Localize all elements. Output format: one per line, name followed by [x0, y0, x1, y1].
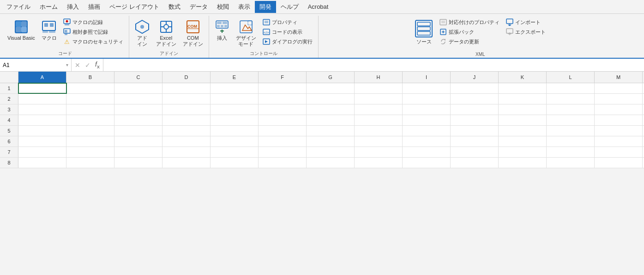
cell-e7[interactable]: [211, 147, 259, 157]
cell-i8[interactable]: [403, 158, 451, 168]
cell-h2[interactable]: [355, 94, 403, 104]
row-header-5[interactable]: 5: [0, 126, 18, 136]
extension-pack-button[interactable]: 拡張パック: [437, 27, 502, 37]
cell-h1[interactable]: [355, 83, 403, 93]
col-header-a[interactable]: A: [18, 72, 66, 83]
cell-i6[interactable]: [403, 136, 451, 147]
cell-c7[interactable]: [114, 147, 163, 157]
cell-b8[interactable]: [66, 158, 114, 168]
cell-l3[interactable]: [547, 104, 595, 115]
cell-f8[interactable]: [259, 158, 307, 168]
cell-l5[interactable]: [547, 126, 595, 136]
addin-button[interactable]: アドイン: [132, 18, 152, 49]
cell-d8[interactable]: [163, 158, 211, 168]
record-macro-button[interactable]: マクロの記録: [60, 18, 126, 27]
cell-f1[interactable]: [259, 83, 307, 93]
cell-i3[interactable]: [403, 104, 451, 115]
cell-d7[interactable]: [163, 147, 211, 157]
cell-c8[interactable]: [114, 158, 163, 168]
col-header-d[interactable]: D: [163, 72, 211, 83]
cell-k8[interactable]: [499, 158, 547, 168]
cell-i1[interactable]: [403, 83, 451, 93]
cell-g3[interactable]: [307, 104, 355, 115]
cell-i2[interactable]: [403, 94, 451, 104]
name-box[interactable]: A1 ▾: [0, 59, 72, 71]
cell-d4[interactable]: [163, 115, 211, 125]
cell-j5[interactable]: [451, 126, 499, 136]
cell-a3[interactable]: [18, 104, 66, 115]
cell-c4[interactable]: [114, 115, 163, 125]
menu-draw[interactable]: 描画: [84, 1, 105, 13]
cell-f7[interactable]: [259, 147, 307, 157]
cell-a2[interactable]: [18, 94, 66, 104]
cell-m5[interactable]: [595, 126, 643, 136]
cell-l1[interactable]: [547, 83, 595, 93]
com-addin-button[interactable]: COM COMアドイン: [180, 18, 206, 49]
cell-h6[interactable]: [355, 136, 403, 147]
properties-button[interactable]: プロパティ: [260, 18, 315, 27]
data-refresh-button[interactable]: データの更新: [437, 37, 502, 46]
menu-home[interactable]: ホーム: [35, 1, 62, 13]
insert-control-button[interactable]: 挿入: [212, 18, 232, 43]
cell-k7[interactable]: [499, 147, 547, 157]
cell-b1[interactable]: [66, 83, 114, 93]
cell-j6[interactable]: [451, 136, 499, 147]
cell-a5[interactable]: [18, 126, 66, 136]
cell-e3[interactable]: [211, 104, 259, 115]
cell-j7[interactable]: [451, 147, 499, 157]
cell-h8[interactable]: [355, 158, 403, 168]
cell-d3[interactable]: [163, 104, 211, 115]
xml-properties-button[interactable]: 対応付けのプロパティ: [437, 18, 502, 27]
insert-function-button[interactable]: fx: [94, 61, 101, 69]
row-header-3[interactable]: 3: [0, 104, 18, 115]
cell-m3[interactable]: [595, 104, 643, 115]
menu-developer[interactable]: 開発: [255, 1, 276, 13]
cell-g5[interactable]: [307, 126, 355, 136]
run-dialog-button[interactable]: ダイアログの実行: [260, 37, 315, 46]
confirm-formula-button[interactable]: ✓: [84, 61, 92, 69]
row-header-1[interactable]: 1: [0, 83, 18, 93]
view-code-button[interactable]: </> コードの表示: [260, 27, 315, 37]
cell-b6[interactable]: [66, 136, 114, 147]
cell-k2[interactable]: [499, 94, 547, 104]
cell-m4[interactable]: [595, 115, 643, 125]
cell-c6[interactable]: [114, 136, 163, 147]
cell-d6[interactable]: [163, 136, 211, 147]
menu-formulas[interactable]: 数式: [164, 1, 185, 13]
cell-k1[interactable]: [499, 83, 547, 93]
formula-input[interactable]: [103, 59, 644, 71]
macro-button[interactable]: マクロ: [39, 18, 60, 43]
cell-h3[interactable]: [355, 104, 403, 115]
visual-basic-button[interactable]: Visual Basic: [5, 18, 38, 43]
cell-k3[interactable]: [499, 104, 547, 115]
cell-g7[interactable]: [307, 147, 355, 157]
cell-f3[interactable]: [259, 104, 307, 115]
cell-m8[interactable]: [595, 158, 643, 168]
source-button[interactable]: ソース: [412, 18, 436, 47]
cell-j1[interactable]: [451, 83, 499, 93]
cell-l6[interactable]: [547, 136, 595, 147]
cell-g8[interactable]: [307, 158, 355, 168]
cell-k6[interactable]: [499, 136, 547, 147]
row-header-7[interactable]: 7: [0, 147, 18, 157]
row-header-8[interactable]: 8: [0, 158, 18, 168]
col-header-e[interactable]: E: [211, 72, 259, 83]
menu-help[interactable]: ヘルプ: [276, 1, 303, 13]
menu-acrobat[interactable]: Acrobat: [303, 1, 333, 12]
excel-addin-button[interactable]: Excelアドイン: [153, 18, 179, 49]
menu-data[interactable]: データ: [185, 1, 212, 13]
cell-f4[interactable]: [259, 115, 307, 125]
name-box-arrow[interactable]: ▾: [66, 62, 68, 67]
cell-d1[interactable]: [163, 83, 211, 93]
cell-i4[interactable]: [403, 115, 451, 125]
cell-a6[interactable]: [18, 136, 66, 147]
menu-page-layout[interactable]: ページ レイアウト: [105, 1, 164, 13]
import-button[interactable]: インポート: [503, 18, 548, 27]
cell-a8[interactable]: [18, 158, 66, 168]
cell-h5[interactable]: [355, 126, 403, 136]
cell-d5[interactable]: [163, 126, 211, 136]
cell-l8[interactable]: [547, 158, 595, 168]
col-header-l[interactable]: L: [547, 72, 595, 83]
design-mode-button[interactable]: デザインモード: [233, 18, 259, 49]
cell-a1[interactable]: [18, 83, 66, 93]
